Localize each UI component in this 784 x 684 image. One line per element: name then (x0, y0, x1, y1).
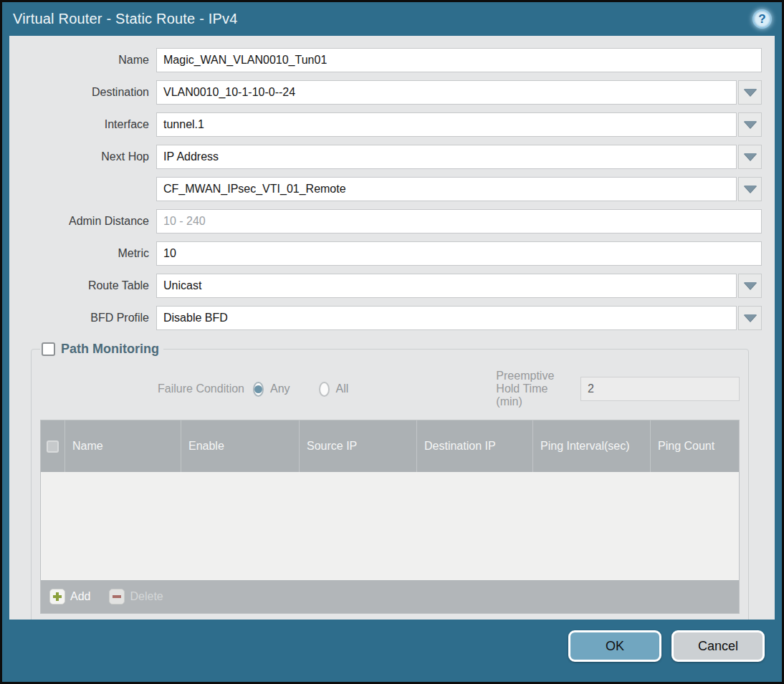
table-toolbar: Add Delete (41, 580, 739, 613)
chevron-down-icon (744, 186, 757, 193)
route-table-input[interactable]: Unicast (156, 274, 737, 298)
table-header-enable[interactable]: Enable (181, 420, 299, 472)
form-row-bfd-profile: BFD Profile Disable BFD (9, 306, 762, 330)
static-route-dialog: Virtual Router - Static Route - IPv4 ? N… (0, 0, 784, 684)
path-monitoring-checkbox[interactable] (42, 342, 55, 356)
path-monitoring-title: Path Monitoring (61, 342, 159, 357)
delete-button[interactable]: Delete (109, 589, 163, 604)
route-table-label: Route Table (9, 279, 156, 292)
form-row-next-hop-value: CF_MWAN_IPsec_VTI_01_Remote (9, 177, 762, 201)
path-monitoring-table: Name Enable Source IP Destination IP Pin… (40, 420, 740, 614)
add-button[interactable]: Add (49, 589, 90, 604)
table-header-checkbox-cell (41, 420, 64, 472)
bfd-profile-label: BFD Profile (9, 312, 156, 324)
form-row-metric: Metric (9, 241, 762, 266)
table-header-row: Name Enable Source IP Destination IP Pin… (41, 420, 739, 472)
chevron-down-icon (744, 121, 757, 128)
table-header-source-ip[interactable]: Source IP (299, 420, 416, 472)
minus-icon (109, 589, 125, 604)
dialog-footer: OK Cancel (2, 620, 782, 682)
form-row-admin-distance: Admin Distance (9, 209, 762, 233)
route-table-dropdown-button[interactable] (738, 274, 762, 298)
failure-condition-all-label: All (336, 382, 349, 395)
path-monitoring-section: Path Monitoring Failure Condition Any Al… (31, 342, 749, 620)
form-row-interface: Interface tunnel.1 (9, 112, 762, 137)
chevron-down-icon (744, 89, 757, 96)
next-hop-value-dropdown-button[interactable] (738, 177, 762, 201)
table-header-name[interactable]: Name (64, 420, 181, 472)
help-icon[interactable]: ? (752, 9, 772, 29)
chevron-down-icon (744, 282, 757, 289)
failure-condition-row: Failure Condition Any All Preemptive Hol… (40, 370, 740, 408)
dialog-content: Name Destination VLAN0010_10-1-10-0--24 … (9, 36, 775, 620)
destination-dropdown-button[interactable] (738, 80, 762, 105)
next-hop-type-input[interactable]: IP Address (156, 145, 737, 169)
name-label: Name (9, 54, 156, 67)
preemptive-hold-time-label: Preemptive Hold Time (min) (496, 370, 580, 408)
admin-distance-label: Admin Distance (9, 215, 156, 228)
bfd-profile-input[interactable]: Disable BFD (156, 306, 737, 330)
table-header-ping-count[interactable]: Ping Count (650, 420, 739, 472)
form-row-name: Name (9, 48, 762, 72)
failure-condition-label: Failure Condition (40, 382, 252, 395)
metric-label: Metric (9, 247, 156, 260)
next-hop-value-input[interactable]: CF_MWAN_IPsec_VTI_01_Remote (156, 177, 737, 201)
plus-icon (49, 589, 65, 604)
path-monitoring-legend: Path Monitoring (40, 342, 163, 357)
select-all-checkbox[interactable] (47, 440, 59, 453)
metric-input[interactable] (156, 241, 762, 266)
chevron-down-icon (744, 314, 757, 322)
name-input[interactable] (156, 48, 762, 72)
bfd-profile-dropdown-button[interactable] (738, 306, 762, 330)
next-hop-label: Next Hop (9, 150, 156, 163)
table-header-ping-interval[interactable]: Ping Interval(sec) (532, 420, 650, 472)
delete-button-label: Delete (130, 590, 163, 603)
failure-condition-any-radio[interactable] (253, 382, 264, 397)
interface-input[interactable]: tunnel.1 (156, 112, 737, 137)
interface-label: Interface (9, 118, 156, 131)
next-hop-type-dropdown-button[interactable] (738, 145, 762, 169)
destination-label: Destination (9, 86, 156, 99)
destination-input[interactable]: VLAN0010_10-1-10-0--24 (156, 80, 737, 105)
failure-condition-any-label: Any (270, 382, 290, 395)
dialog-titlebar: Virtual Router - Static Route - IPv4 ? (2, 2, 782, 36)
form-row-destination: Destination VLAN0010_10-1-10-0--24 (9, 80, 762, 105)
chevron-down-icon (744, 153, 757, 160)
table-header-destination-ip[interactable]: Destination IP (416, 420, 532, 472)
failure-condition-all-radio[interactable] (319, 382, 330, 397)
table-body-empty (41, 472, 739, 580)
interface-dropdown-button[interactable] (738, 112, 762, 137)
admin-distance-input[interactable] (156, 209, 762, 233)
ok-button[interactable]: OK (568, 630, 661, 662)
form-row-next-hop: Next Hop IP Address (9, 145, 762, 169)
add-button-label: Add (70, 590, 90, 603)
preemptive-hold-time-input[interactable] (580, 377, 740, 401)
dialog-title: Virtual Router - Static Route - IPv4 (13, 11, 238, 27)
cancel-button[interactable]: Cancel (671, 630, 765, 662)
form-row-route-table: Route Table Unicast (9, 274, 762, 298)
